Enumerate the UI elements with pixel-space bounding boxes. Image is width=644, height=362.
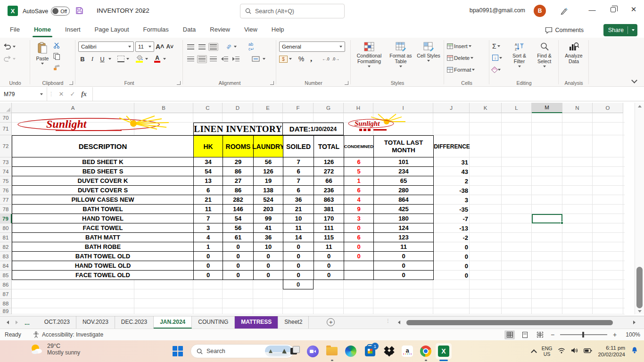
cell-last_month-76[interactable]: 280 bbox=[374, 186, 434, 195]
cell-laundry-81[interactable]: 36 bbox=[254, 233, 283, 242]
align-center-icon[interactable] bbox=[197, 55, 207, 63]
cell-total-74[interactable]: 272 bbox=[314, 167, 344, 176]
select-all-corner[interactable] bbox=[0, 103, 12, 113]
decrease-font-icon[interactable]: A˅ bbox=[165, 42, 174, 51]
fill-caret-icon[interactable] bbox=[145, 58, 148, 60]
row-header-80[interactable]: 80 bbox=[0, 223, 12, 233]
cell-rooms-75[interactable]: 27 bbox=[223, 176, 254, 186]
file-explorer-icon[interactable] bbox=[326, 345, 338, 357]
row-header-85[interactable]: 85 bbox=[0, 271, 12, 280]
column-header-I[interactable]: I bbox=[373, 103, 433, 113]
scrollbar-grip-dots[interactable]: ⋮ bbox=[386, 319, 390, 322]
save-icon[interactable] bbox=[75, 7, 83, 16]
cell-hk-85[interactable]: 0 bbox=[194, 271, 223, 280]
fill-color-icon[interactable] bbox=[135, 55, 143, 63]
cell-last_month-84[interactable]: 0 bbox=[374, 261, 434, 271]
cell-hk-79[interactable]: 7 bbox=[194, 214, 223, 223]
cell-rooms-73[interactable]: 29 bbox=[223, 157, 254, 167]
wrap-text-icon[interactable]: abc↵ bbox=[247, 41, 256, 53]
cell-rooms-78[interactable]: 146 bbox=[223, 205, 254, 214]
amazon-icon[interactable]: a bbox=[401, 345, 413, 357]
ribbon-tab-home[interactable]: Home bbox=[27, 22, 58, 38]
wifi-icon[interactable] bbox=[558, 347, 565, 355]
cell-laundry-79[interactable]: 99 bbox=[254, 214, 283, 223]
cell-hk-78[interactable]: 11 bbox=[194, 205, 223, 214]
sheet-tab-oct-2023[interactable]: OCT.2023 bbox=[38, 316, 76, 329]
cell-condemned-84[interactable] bbox=[344, 261, 374, 271]
cut-icon[interactable] bbox=[53, 42, 60, 50]
ribbon-tab-page-layout[interactable]: Page Layout bbox=[88, 22, 136, 38]
sheet-tab-sheet2[interactable]: Sheet2 bbox=[278, 316, 309, 329]
new-sheet-button[interactable]: + bbox=[327, 318, 335, 326]
zoom-out-button[interactable]: − bbox=[550, 331, 555, 338]
italic-button[interactable]: I bbox=[88, 54, 97, 64]
row-header-71[interactable]: 71 bbox=[0, 123, 12, 135]
scroll-up-arrow[interactable] bbox=[635, 103, 644, 109]
cell-rooms-81[interactable]: 61 bbox=[223, 233, 254, 242]
cell-hk-81[interactable]: 4 bbox=[194, 233, 223, 242]
fill-handle[interactable] bbox=[561, 222, 563, 224]
row-header-87[interactable]: 87 bbox=[0, 289, 12, 299]
cell-soiled-84[interactable]: 0 bbox=[283, 261, 314, 271]
underline-caret-icon[interactable] bbox=[108, 58, 111, 60]
cell-rooms-85[interactable]: 0 bbox=[223, 271, 254, 280]
cell-last_month-73[interactable]: 101 bbox=[374, 157, 434, 167]
undo-caret-icon[interactable] bbox=[13, 46, 16, 48]
scroll-right-arrow[interactable] bbox=[633, 321, 636, 324]
cell-soiled-83[interactable]: 0 bbox=[283, 252, 314, 261]
conditional-formatting-button[interactable]: Conditional Formatting bbox=[352, 40, 386, 79]
autosum-button[interactable]: Σ bbox=[491, 40, 507, 52]
format-as-table-button[interactable]: Format as Table bbox=[386, 40, 415, 79]
increase-indent-icon[interactable] bbox=[231, 55, 241, 63]
cell-soiled-82[interactable]: 0 bbox=[283, 242, 314, 252]
cell-hk-84[interactable]: 0 bbox=[194, 261, 223, 271]
cell-total-81[interactable]: 115 bbox=[314, 233, 344, 242]
table-date[interactable]: DATE: 1/30/2024 bbox=[282, 123, 344, 135]
orientation-caret-icon[interactable] bbox=[234, 46, 237, 48]
merge-caret-icon[interactable] bbox=[263, 58, 265, 60]
scroll-down-arrow[interactable] bbox=[635, 308, 644, 314]
header-cell-condemned[interactable]: CONDEMNED bbox=[344, 135, 374, 157]
table-title[interactable]: LINEN INVENTORY bbox=[193, 123, 283, 135]
cell-soiled-77[interactable]: 36 bbox=[283, 195, 314, 205]
format-painter-icon[interactable] bbox=[53, 64, 60, 73]
clear-button[interactable] bbox=[491, 64, 507, 75]
cell-last_month-79[interactable]: 180 bbox=[374, 214, 434, 223]
row-header-77[interactable]: 77 bbox=[0, 195, 12, 205]
language-indicator[interactable]: ENG US bbox=[542, 346, 553, 357]
cell-last_month-80[interactable]: 124 bbox=[374, 223, 434, 233]
fill-button[interactable]: ↓ bbox=[491, 52, 507, 64]
cell-total-78[interactable]: 381 bbox=[314, 205, 344, 214]
cell-laundry-74[interactable]: 126 bbox=[254, 167, 283, 176]
cell-condemned-77[interactable]: 4 bbox=[344, 195, 374, 205]
cell-condemned-74[interactable]: 5 bbox=[344, 167, 374, 176]
comma-icon[interactable]: , bbox=[307, 54, 315, 64]
accounting-caret-icon[interactable] bbox=[289, 58, 292, 60]
column-header-G[interactable]: G bbox=[314, 103, 344, 113]
row-header-73[interactable]: 73 bbox=[0, 157, 12, 167]
header-cell-last_month[interactable]: TOTAL LAST MONTH bbox=[374, 135, 434, 157]
align-top-icon[interactable] bbox=[186, 43, 196, 51]
column-header-C[interactable]: C bbox=[193, 103, 223, 113]
cell-hk-77[interactable]: 21 bbox=[194, 195, 223, 205]
header-cell-difference[interactable]: DIFFERENCE bbox=[434, 135, 470, 157]
enter-icon[interactable]: ✓ bbox=[67, 90, 78, 98]
font-name-select[interactable]: Calibri bbox=[78, 41, 134, 52]
ribbon-tab-insert[interactable]: Insert bbox=[58, 22, 88, 38]
copy-icon[interactable] bbox=[53, 53, 60, 62]
font-dialog-launcher[interactable] bbox=[177, 81, 181, 85]
scroll-left-arrow[interactable] bbox=[398, 321, 400, 324]
sheet-tab-dec-2023[interactable]: DEC.2023 bbox=[115, 316, 154, 329]
document-title[interactable]: INVENTORY 2022 bbox=[97, 7, 149, 14]
header-cell-rooms[interactable]: ROOMS bbox=[223, 135, 254, 157]
horizontal-scroll-thumb[interactable] bbox=[406, 320, 613, 325]
percent-icon[interactable]: % bbox=[297, 54, 305, 64]
cell-difference-84[interactable]: 0 bbox=[434, 261, 470, 271]
cell-total-79[interactable]: 170 bbox=[314, 214, 344, 223]
undo-icon[interactable] bbox=[3, 42, 11, 51]
cell-hk-73[interactable]: 34 bbox=[194, 157, 223, 167]
accessibility-status[interactable]: Accessibility: Investigate bbox=[33, 331, 103, 338]
insert-cells-button[interactable]: Insert bbox=[446, 40, 488, 52]
orientation-icon[interactable]: ab bbox=[225, 43, 232, 50]
cell-desc-80[interactable]: FACE TOWEL bbox=[12, 223, 194, 233]
